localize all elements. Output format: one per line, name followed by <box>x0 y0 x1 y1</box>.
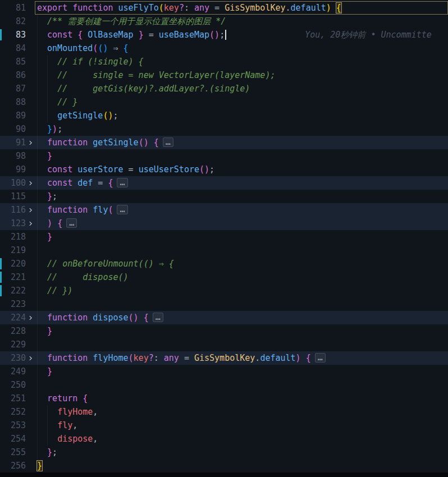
fold-column <box>26 163 35 176</box>
folded-code-ellipsis[interactable]: … <box>117 205 127 214</box>
code-token <box>88 205 93 215</box>
code-line[interactable]: 87 // getGis(key)?.addLayer?.(single) <box>0 82 448 95</box>
code-line[interactable]: 88 // } <box>0 95 448 109</box>
code-content[interactable]: // single = new VectorLayer(layerName); <box>35 68 448 82</box>
code-line[interactable]: 90 }); <box>0 122 448 136</box>
gutter: 222 <box>0 284 35 297</box>
code-content[interactable] <box>35 244 448 257</box>
code-editor[interactable]: 81export function useFlyTo(key?: any = G… <box>0 0 448 473</box>
fold-chevron-icon[interactable] <box>26 176 35 190</box>
code-line[interactable]: 249 } <box>0 365 448 378</box>
folded-code-ellipsis[interactable]: … <box>117 178 127 187</box>
code-line[interactable]: 230 function flyHome(key?: any = GisSymb… <box>0 351 448 365</box>
code-token: const <box>47 30 72 40</box>
code-content[interactable]: fly, <box>35 419 448 432</box>
code-content[interactable] <box>35 378 448 392</box>
code-token: ) <box>204 164 209 175</box>
code-content[interactable]: } <box>35 230 448 244</box>
code-line[interactable]: 100 const def = {… <box>0 176 448 190</box>
fold-column <box>26 55 35 68</box>
code-content[interactable]: // onBeforeUnmount(() ⇒ { <box>35 257 448 270</box>
code-content[interactable]: function getSingle() {… <box>35 136 448 149</box>
code-content[interactable]: const userStore = useUserStore(); <box>35 163 448 176</box>
code-content[interactable]: }; <box>35 446 448 459</box>
code-content[interactable]: dispose, <box>35 432 448 446</box>
fold-chevron-icon[interactable] <box>26 136 35 149</box>
code-line[interactable]: 83 const { OlBaseMap } = useBaseMap();Yo… <box>0 28 448 42</box>
code-content[interactable]: // dispose() <box>35 270 448 284</box>
code-token <box>37 447 47 457</box>
code-content[interactable] <box>35 297 448 311</box>
code-content[interactable]: // if (!single) { <box>35 55 448 68</box>
code-content[interactable]: // }) <box>35 284 448 297</box>
code-line[interactable]: 250 <box>0 378 448 392</box>
fold-chevron-icon[interactable] <box>26 311 35 324</box>
code-line[interactable]: 81export function useFlyTo(key?: any = G… <box>0 1 448 15</box>
fold-column <box>26 270 35 284</box>
code-line[interactable]: 86 // single = new VectorLayer(layerName… <box>0 68 448 82</box>
code-line[interactable]: 253 fly, <box>0 419 448 432</box>
code-line[interactable]: 220 // onBeforeUnmount(() ⇒ { <box>0 257 448 270</box>
code-content[interactable]: }); <box>35 122 448 136</box>
code-line[interactable]: 229 <box>0 338 448 351</box>
fold-chevron-icon[interactable] <box>26 217 35 230</box>
code-content[interactable]: ) {… <box>35 217 448 230</box>
code-line[interactable]: 251 return { <box>0 392 448 405</box>
code-content[interactable]: function dispose() {… <box>35 311 448 324</box>
code-line[interactable]: 252 flyHome, <box>0 405 448 419</box>
folded-code-ellipsis[interactable]: … <box>66 218 77 228</box>
folded-code-ellipsis[interactable]: … <box>315 353 326 363</box>
code-line[interactable]: 255 }; <box>0 446 448 459</box>
code-token <box>37 259 47 269</box>
code-content[interactable]: /** 需要创建一个用于显示位置坐标的图层 */ <box>35 15 448 28</box>
code-content[interactable]: }; <box>35 190 448 203</box>
code-line[interactable]: 98 } <box>0 149 448 163</box>
code-line[interactable]: 256} <box>0 459 448 473</box>
line-number: 256 <box>0 459 26 473</box>
code-line[interactable]: 223 <box>0 297 448 311</box>
folded-code-ellipsis[interactable]: … <box>153 313 163 322</box>
code-content[interactable] <box>35 338 448 351</box>
code-line[interactable]: 218 } <box>0 230 448 244</box>
gutter: 88 <box>0 95 35 109</box>
code-line[interactable]: 85 // if (!single) { <box>0 55 448 68</box>
code-line[interactable]: 224 function dispose() {… <box>0 311 448 324</box>
code-token: , <box>93 434 98 444</box>
code-content[interactable]: return { <box>35 392 448 405</box>
code-line[interactable]: 99 const userStore = useUserStore(); <box>0 163 448 176</box>
code-content[interactable]: function flyHome(key?: any = GisSymbolKe… <box>35 351 448 365</box>
code-content[interactable]: getSingle(); <box>35 109 448 122</box>
code-line[interactable]: 254 dispose, <box>0 432 448 446</box>
code-line[interactable]: 222 // }) <box>0 284 448 297</box>
code-token: { <box>83 393 88 403</box>
code-line[interactable]: 84 onMounted(() ⇒ { <box>0 42 448 55</box>
code-content[interactable]: } <box>35 365 448 378</box>
fold-chevron-icon[interactable] <box>26 203 35 217</box>
fold-column <box>26 378 35 392</box>
code-token <box>37 407 57 417</box>
code-content[interactable]: onMounted(() ⇒ { <box>35 42 448 55</box>
fold-chevron-icon[interactable] <box>26 351 35 365</box>
code-content[interactable]: // } <box>35 95 448 109</box>
code-content[interactable]: } <box>35 459 448 473</box>
code-content[interactable]: flyHome, <box>35 405 448 419</box>
code-line[interactable]: 221 // dispose() <box>0 270 448 284</box>
code-line[interactable]: 219 <box>0 244 448 257</box>
code-line[interactable]: 115 }; <box>0 190 448 203</box>
code-token: any <box>194 3 209 13</box>
code-line[interactable]: 123 ) {… <box>0 217 448 230</box>
code-line[interactable]: 228 } <box>0 324 448 338</box>
code-line[interactable]: 116 function fly(… <box>0 203 448 217</box>
code-line[interactable]: 89 getSingle(); <box>0 109 448 122</box>
code-content[interactable]: } <box>35 324 448 338</box>
code-content[interactable]: const { OlBaseMap } = useBaseMap();You, … <box>35 28 448 42</box>
code-content[interactable]: export function useFlyTo(key?: any = Gis… <box>35 1 448 15</box>
code-content[interactable]: const def = {… <box>35 176 448 190</box>
code-content[interactable]: } <box>35 149 448 163</box>
code-content[interactable]: // getGis(key)?.addLayer?.(single) <box>35 82 448 95</box>
code-content[interactable]: function fly(… <box>35 203 448 217</box>
code-token <box>301 353 306 363</box>
folded-code-ellipsis[interactable]: … <box>163 137 173 147</box>
code-line[interactable]: 91 function getSingle() {… <box>0 136 448 149</box>
code-line[interactable]: 82 /** 需要创建一个用于显示位置坐标的图层 */ <box>0 15 448 28</box>
